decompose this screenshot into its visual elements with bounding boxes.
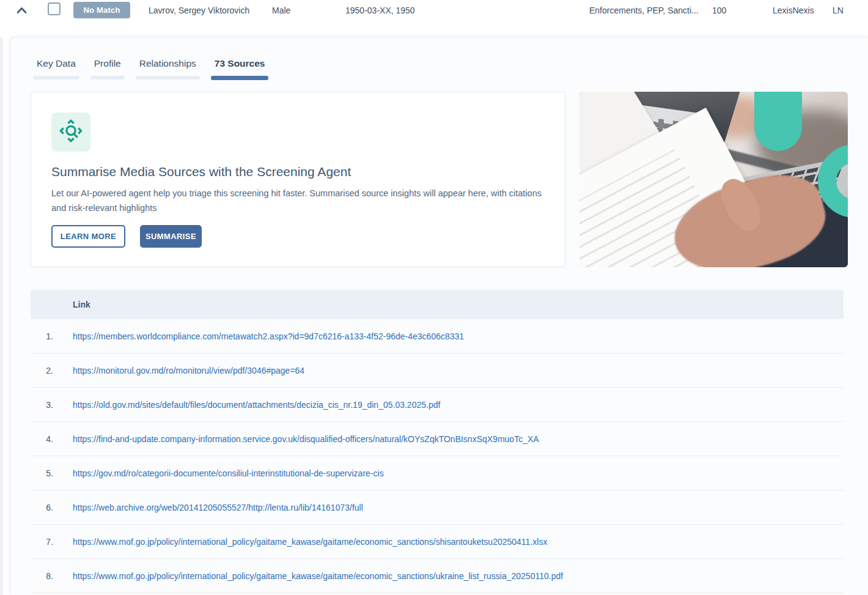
- source-link[interactable]: https://old.gov.md/sites/default/files/d…: [73, 400, 440, 410]
- magnifier-pan-icon: [58, 118, 84, 146]
- link-column-header: Link: [73, 300, 90, 309]
- entity-dob: 1950-03-XX, 1950: [345, 6, 415, 15]
- source-link[interactable]: https://www.mof.go.jp/policy/internation…: [73, 537, 547, 547]
- tab-profile[interactable]: Profile: [92, 58, 123, 80]
- tab-label: Relationships: [138, 58, 198, 69]
- row-number: 3.: [31, 400, 53, 410]
- tab-key-data[interactable]: Key Data: [35, 58, 78, 80]
- entity-gender: Male: [272, 6, 290, 15]
- entity-name: Lavrov, Sergey Viktorovich: [149, 6, 249, 15]
- chevron-up-icon: [17, 6, 27, 15]
- tab-underline: [136, 76, 200, 79]
- row-number: 1.: [31, 331, 53, 341]
- tab-label: Profile: [92, 58, 123, 69]
- table-row: 2. https://monitorul.gov.md/ro/monitorul…: [31, 353, 844, 388]
- detail-tabs: Key Data Profile Relationships 73 Source…: [35, 58, 267, 80]
- table-row: 5. https://gov.md/ro/categorii-documente…: [31, 456, 844, 490]
- table-row: 7. https://www.mof.go.jp/policy/internat…: [31, 525, 844, 559]
- sources-table-body: 1. https://members.worldcompliance.com/m…: [31, 319, 844, 593]
- source-link[interactable]: https://web.archive.org/web/201412050555…: [73, 503, 363, 512]
- agent-icon-tile: [51, 113, 90, 152]
- match-status-badge[interactable]: No Match: [73, 2, 130, 18]
- screening-page: No Match Lavrov, Sergey Viktorovich Male…: [0, 0, 868, 595]
- row-number: 4.: [31, 434, 53, 444]
- source-link[interactable]: https://members.worldcompliance.com/meta…: [73, 331, 464, 341]
- table-row: 8. https://www.mof.go.jp/policy/internat…: [31, 559, 844, 593]
- row-number: 5.: [31, 468, 53, 478]
- tab-relationships[interactable]: Relationships: [138, 58, 198, 80]
- learn-more-button[interactable]: LEARN MORE: [51, 225, 125, 248]
- provider-code: LN: [833, 6, 844, 15]
- table-row: 3. https://old.gov.md/sites/default/file…: [31, 388, 844, 422]
- table-row: 6. https://web.archive.org/web/201412050…: [31, 490, 844, 525]
- detail-panel: Key Data Profile Relationships 73 Source…: [11, 38, 868, 595]
- row-number: 7.: [31, 537, 53, 547]
- tab-underline: [90, 76, 125, 79]
- match-score: 100: [712, 6, 726, 15]
- entity-categories: Enforcements, PEP, Sancti...: [589, 6, 699, 15]
- tab-underline-active: [211, 76, 269, 80]
- tab-sources[interactable]: 73 Sources: [213, 58, 267, 80]
- collapse-row-button[interactable]: [15, 4, 28, 17]
- provider-name: LexisNexis: [773, 6, 814, 15]
- table-row: 1. https://members.worldcompliance.com/m…: [31, 319, 844, 353]
- tab-label: 73 Sources: [213, 58, 267, 69]
- left-edge-strip: [0, 38, 3, 595]
- select-row-checkbox[interactable]: [48, 2, 61, 15]
- agent-card-title: Summarise Media Sources with the Screeni…: [51, 164, 351, 179]
- agent-card-description: Let our AI-powered agent help you triage…: [51, 186, 543, 215]
- tab-underline: [33, 76, 79, 79]
- source-link[interactable]: https://www.mof.go.jp/policy/internation…: [73, 571, 563, 581]
- source-link[interactable]: https://gov.md/ro/categorii-documente/co…: [73, 468, 384, 478]
- table-row: 4. https://find-and-update.company-infor…: [31, 422, 844, 456]
- row-number: 2.: [31, 366, 53, 375]
- source-link[interactable]: https://monitorul.gov.md/ro/monitorul/vi…: [73, 366, 304, 375]
- result-row: No Match Lavrov, Sergey Viktorovich Male…: [0, 0, 868, 38]
- screening-agent-card: Summarise Media Sources with the Screeni…: [31, 92, 565, 267]
- tab-label: Key Data: [35, 58, 78, 69]
- teal-pill-shape: [754, 92, 802, 151]
- promo-photo: [579, 92, 848, 267]
- agent-card-actions: LEARN MORE SUMMARISE: [51, 225, 202, 248]
- row-number: 6.: [31, 503, 53, 512]
- source-link[interactable]: https://find-and-update.company-informat…: [73, 434, 539, 444]
- summarise-button[interactable]: SUMMARISE: [140, 225, 202, 248]
- sources-table-header: Link: [31, 290, 844, 319]
- row-number: 8.: [31, 571, 53, 581]
